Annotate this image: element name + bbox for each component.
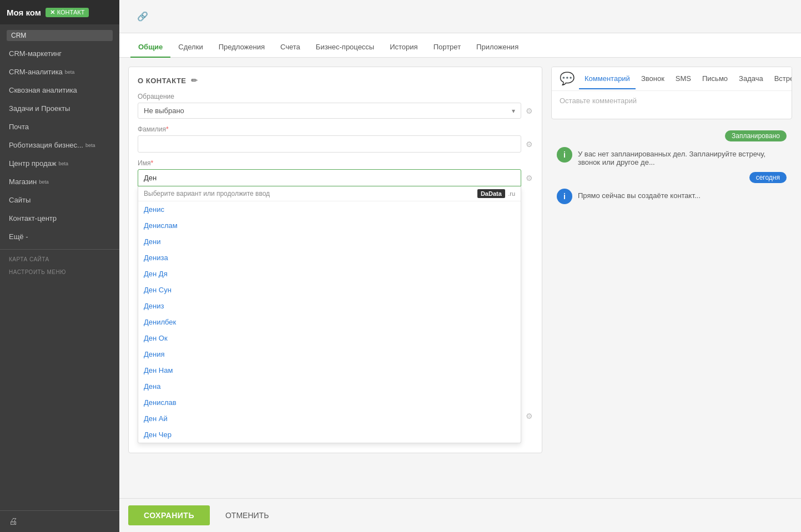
autocomplete-item-0[interactable]: Денис xyxy=(138,201,521,217)
comment-bubble-icon: 💬 xyxy=(557,67,577,90)
close-contact-icon[interactable]: ✕ xyxy=(50,9,55,16)
autocomplete-item-7[interactable]: Денилбек xyxy=(138,314,521,330)
tab-letter[interactable]: Письмо xyxy=(697,69,733,89)
gear-icon-salutation[interactable]: ⚙ xyxy=(526,107,533,115)
main-content: 🔗 Общие Сделки Предложения Счета Бизнес-… xyxy=(119,0,801,532)
zapplan-badge: Запланировано xyxy=(725,130,787,141)
save-button[interactable]: СОХРАНИТЬ xyxy=(128,505,210,525)
salutation-group: Обращение Не выбрано ▾ ⚙ xyxy=(138,93,533,119)
lastname-input[interactable] xyxy=(138,135,521,153)
beta-badge: beta xyxy=(65,69,75,75)
autocomplete-dropdown: Выберите вариант или продолжите ввод DaD… xyxy=(138,186,521,443)
tab-task[interactable]: Задача xyxy=(733,69,769,89)
tab-deals[interactable]: Сделки xyxy=(170,37,210,58)
salutation-select[interactable]: Не выбрано ▾ xyxy=(138,103,521,119)
crm-label: CRM xyxy=(7,30,113,41)
autocomplete-item-9[interactable]: Дения xyxy=(138,346,521,362)
autocomplete-item-11[interactable]: Дена xyxy=(138,378,521,394)
setup-menu-label[interactable]: НАСТРОИТЬ МЕНЮ xyxy=(0,266,119,278)
sidebar: Моя ком ✕ КОНТАКТ CRM CRM-маркетинг CRM-… xyxy=(0,0,119,532)
beta-badge-4: beta xyxy=(39,179,49,185)
sidebar-header: Моя ком ✕ КОНТАКТ xyxy=(0,0,119,24)
autocomplete-item-10[interactable]: Ден Нам xyxy=(138,362,521,378)
form-card-header: О КОНТАКТЕ ✏ xyxy=(138,76,533,85)
salutation-label: Обращение xyxy=(138,93,533,100)
autocomplete-item-1[interactable]: Денислам xyxy=(138,217,521,234)
tab-apps[interactable]: Приложения xyxy=(468,37,526,58)
tab-sms[interactable]: SMS xyxy=(670,69,697,89)
autocomplete-item-8[interactable]: Ден Ок xyxy=(138,330,521,346)
gear-icon-firstname[interactable]: ⚙ xyxy=(526,169,533,183)
sidebar-item-contact-center[interactable]: Контакт-центр xyxy=(0,209,119,227)
segodnya-row: сегодня xyxy=(557,172,787,183)
autocomplete-item-13[interactable]: Ден Ай xyxy=(138,411,521,427)
print-icon[interactable]: 🖨 xyxy=(9,516,18,526)
timeline: Запланировано i У вас нет запланированны… xyxy=(551,125,792,210)
gear-icon-email[interactable]: ⚙ xyxy=(526,412,533,420)
chevron-down-icon: ▾ xyxy=(512,107,515,115)
dadata-badge: DaData xyxy=(477,189,505,198)
comment-tabs: 💬 Комментарий Звонок SMS Письмо Задача xyxy=(552,67,792,91)
autocomplete-item-6[interactable]: Дениз xyxy=(138,298,521,314)
cancel-button[interactable]: ОТМЕНИТЬ xyxy=(216,505,278,525)
timeline-dot-green: i xyxy=(557,147,572,163)
sidebar-item-more[interactable]: Ещё - xyxy=(0,227,119,246)
tab-general[interactable]: Общие xyxy=(130,37,170,58)
sidebar-item-tasks[interactable]: Задачи и Проекты xyxy=(0,99,119,118)
right-panel: 💬 Комментарий Звонок SMS Письмо Задача xyxy=(551,58,801,498)
sidebar-footer: 🖨 xyxy=(0,510,119,532)
firstname-input-wrapper: Выберите вариант или продолжите ввод DaD… xyxy=(138,169,521,186)
timeline-item-creating: i Прямо сейчас вы создаёте контакт... xyxy=(557,189,787,204)
beta-badge-2: beta xyxy=(85,143,95,148)
lastname-label: Фамилия* xyxy=(138,125,533,133)
gear-icon-lastname[interactable]: ⚙ xyxy=(526,140,533,149)
edit-icon[interactable]: ✏ xyxy=(191,76,198,85)
autocomplete-item-3[interactable]: Дениза xyxy=(138,250,521,266)
autocomplete-item-5[interactable]: Ден Сун xyxy=(138,282,521,298)
lastname-group: Фамилия* ⚙ xyxy=(138,125,533,153)
firstname-label: Имя* xyxy=(138,159,533,167)
contact-badge[interactable]: ✕ КОНТАКТ xyxy=(46,8,89,17)
sidebar-item-through-analytics[interactable]: Сквозная аналитика xyxy=(0,81,119,99)
sidebar-title: Моя ком xyxy=(7,8,41,17)
tab-invoices[interactable]: Счета xyxy=(273,37,308,58)
sidebar-item-mail[interactable]: Почта xyxy=(0,118,119,136)
sidebar-item-shop[interactable]: Магазин beta xyxy=(0,173,119,191)
comment-input[interactable]: Оставьте комментарий xyxy=(552,91,792,119)
tab-comment[interactable]: Комментарий xyxy=(579,69,636,89)
beta-badge-3: beta xyxy=(59,161,69,166)
form-wrapper: О КОНТАКТЕ ✏ Обращение Не выбрано ▾ ⚙ xyxy=(119,58,551,498)
autocomplete-item-2[interactable]: Дени xyxy=(138,234,521,250)
sidebar-divider xyxy=(0,249,119,250)
zapplan-row: Запланировано xyxy=(557,130,787,141)
tab-proposals[interactable]: Предложения xyxy=(211,37,273,58)
sidebar-item-robotize[interactable]: Роботизация бизнес... beta xyxy=(0,136,119,154)
timeline-item-no-tasks: i У вас нет запланированных дел. Заплани… xyxy=(557,147,787,166)
autocomplete-item-4[interactable]: Ден Дя xyxy=(138,266,521,282)
sidebar-item-crm-marketing[interactable]: CRM-маркетинг xyxy=(0,44,119,63)
timeline-dot-blue: i xyxy=(557,189,572,204)
tab-business-processes[interactable]: Бизнес-процессы xyxy=(308,37,382,58)
bottom-bar: СОХРАНИТЬ ОТМЕНИТЬ xyxy=(119,498,801,532)
tab-portrait[interactable]: Портрет xyxy=(426,37,468,58)
firstname-input[interactable] xyxy=(138,169,521,186)
tab-meeting[interactable]: Встреча xyxy=(769,69,792,89)
link-icon[interactable]: 🔗 xyxy=(128,4,157,28)
autocomplete-item-12[interactable]: Денислав xyxy=(138,394,521,411)
dadata-domain: .ru xyxy=(508,190,515,197)
firstname-group: Имя* Выберите вариант или продолжите вво… xyxy=(138,159,533,186)
form-card: О КОНТАКТЕ ✏ Обращение Не выбрано ▾ ⚙ xyxy=(128,67,542,453)
top-icon-bar: 🔗 xyxy=(119,0,801,33)
sidebar-item-crm-analytics[interactable]: CRM-аналитика beta xyxy=(0,63,119,81)
sidebar-item-sales-center[interactable]: Центр продаж beta xyxy=(0,154,119,173)
inner-content: О КОНТАКТЕ ✏ Обращение Не выбрано ▾ ⚙ xyxy=(119,58,801,498)
sidebar-item-sites[interactable]: Сайты xyxy=(0,191,119,209)
autocomplete-item-14[interactable]: Ден Чер xyxy=(138,427,521,443)
top-tabs: Общие Сделки Предложения Счета Бизнес-пр… xyxy=(119,33,801,58)
segodnya-badge: сегодня xyxy=(749,172,787,183)
autocomplete-header: Выберите вариант или продолжите ввод DaD… xyxy=(138,186,521,201)
comments-section: 💬 Комментарий Звонок SMS Письмо Задача xyxy=(551,67,792,119)
tab-history[interactable]: История xyxy=(382,37,425,58)
sitemap-label[interactable]: КАРТА САЙТА xyxy=(0,253,119,266)
tab-call[interactable]: Звонок xyxy=(636,69,670,89)
